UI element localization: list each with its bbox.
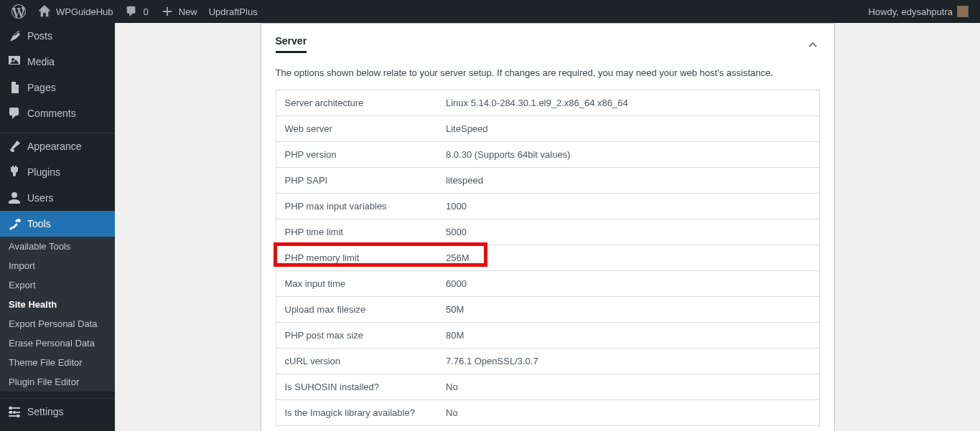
menu-pages-label: Pages [27,82,56,93]
chevron-up-icon [806,37,820,52]
comment-icon [124,4,139,19]
sub-plugin-editor[interactable]: Plugin File Editor [0,372,115,392]
row-value: 5000 [437,219,819,245]
row-label: PHP max input variables [276,194,437,219]
row-value: 1000 [437,194,819,219]
site-health-panel: Server The options shown below relate to… [261,23,835,431]
table-row: Web serverLiteSpeed [276,116,819,142]
table-row: Is SUHOSIN installed?No [276,374,819,400]
content-area: Server The options shown below relate to… [115,23,980,431]
page-icon [7,80,22,95]
howdy-text: Howdy, edysahputra [868,6,953,17]
table-row: PHP max input variables1000 [276,194,819,219]
menu-users-label: Users [27,192,54,204]
table-row: PHP time limit5000 [276,219,819,245]
sub-export-pd[interactable]: Export Personal Data [0,314,115,333]
menu-settings-label: Settings [27,406,64,417]
menu-plugins-label: Plugins [27,166,60,178]
menu-settings[interactable]: Settings [0,399,115,425]
menu-users[interactable]: Users [0,185,115,211]
sub-export[interactable]: Export [0,275,115,295]
new-content[interactable]: New [154,0,203,23]
plus-icon [160,4,174,19]
panel-body: The options shown below relate to your s… [261,60,834,431]
table-row: PHP post max size80M [276,323,819,349]
sub-available-tools[interactable]: Available Tools [0,237,115,256]
table-row: PHP memory limit256M [276,245,819,271]
sliders-icon [7,404,22,419]
table-row: Upload max filesize50M [276,297,819,323]
row-value: 256M [437,245,819,271]
row-label: cURL version [276,349,437,374]
menu-media[interactable]: Media [0,49,115,75]
avatar [957,6,969,17]
row-value: 7.76.1 OpenSSL/3.0.7 [437,349,819,374]
row-label: PHP post max size [276,323,437,349]
row-value: 50M [437,297,819,323]
table-row: PHP SAPIlitespeed [276,168,819,194]
updraft-link[interactable]: UpdraftPlus [203,0,263,23]
row-label: PHP memory limit [276,245,437,271]
menu-tools[interactable]: Tools [0,211,115,237]
tools-submenu: Available Tools Import Export Site Healt… [0,237,115,392]
comments-icon [7,106,22,120]
row-value: Linux 5.14.0-284.30.1.el9_2.x86_64 x86_6… [437,90,819,116]
admin-bar: WPGuideHub 0 New UpdraftPlus Howdy, edys… [0,0,980,23]
row-label: Web server [276,116,437,142]
panel-header[interactable]: Server [261,24,834,60]
brush-icon [7,139,22,153]
updraft-label: UpdraftPlus [209,6,258,17]
new-label: New [179,6,197,17]
menu-plugins[interactable]: Plugins [0,159,115,185]
my-account[interactable]: Howdy, edysahputra [862,0,974,23]
row-value: 8.0.30 (Supports 64bit values) [437,142,819,168]
comments-count: 0 [143,6,148,17]
wrench-icon [7,217,22,231]
row-label: Is SUHOSIN installed? [276,374,437,400]
row-label: Upload max filesize [276,297,437,323]
user-icon [7,191,22,205]
table-row: Is the Imagick library available?No [276,400,819,426]
row-value: litespeed [437,168,819,194]
panel-title: Server [276,35,307,53]
menu-posts[interactable]: Posts [0,23,115,49]
menu-tools-label: Tools [27,218,51,229]
row-label: Server architecture [276,90,437,116]
wordpress-icon [11,4,26,19]
table-row: cURL version7.76.1 OpenSSL/3.0.7 [276,349,819,374]
menu-media-label: Media [27,56,55,67]
row-label: Is the Imagick library available? [276,400,437,426]
sub-theme-editor[interactable]: Theme File Editor [0,353,115,372]
sub-erase-pd[interactable]: Erase Personal Data [0,333,115,353]
row-label: Max input time [276,271,437,297]
wp-logo[interactable] [6,0,32,23]
row-label: PHP version [276,142,437,168]
row-label: PHP time limit [276,219,437,245]
admin-sidebar: Posts Media Pages Comments Appearance Pl… [0,23,115,431]
media-icon [7,55,22,69]
site-name-label: WPGuideHub [56,6,113,17]
menu-comments[interactable]: Comments [0,100,115,126]
row-value: 80M [437,323,819,349]
menu-appearance[interactable]: Appearance [0,133,115,159]
menu-comments-label: Comments [27,108,76,119]
comments-link[interactable]: 0 [118,0,154,23]
row-value: 6000 [437,271,819,297]
menu-posts-label: Posts [27,30,52,42]
plug-icon [7,165,22,179]
panel-description: The options shown below relate to your s… [276,67,820,78]
site-name[interactable]: WPGuideHub [32,0,118,23]
table-row: Server architectureLinux 5.14.0-284.30.1… [276,90,819,116]
sub-site-health[interactable]: Site Health [0,295,115,314]
table-row: PHP version8.0.30 (Supports 64bit values… [276,142,819,168]
home-icon [37,4,52,19]
sub-import[interactable]: Import [0,256,115,275]
table-row: Max input time6000 [276,271,819,297]
row-label: PHP SAPI [276,168,437,194]
menu-appearance-label: Appearance [27,141,82,152]
menu-pages[interactable]: Pages [0,75,115,100]
pin-icon [7,29,22,43]
row-value: No [437,400,819,426]
server-info-table: Server architectureLinux 5.14.0-284.30.1… [276,90,820,426]
row-value: LiteSpeed [437,116,819,142]
